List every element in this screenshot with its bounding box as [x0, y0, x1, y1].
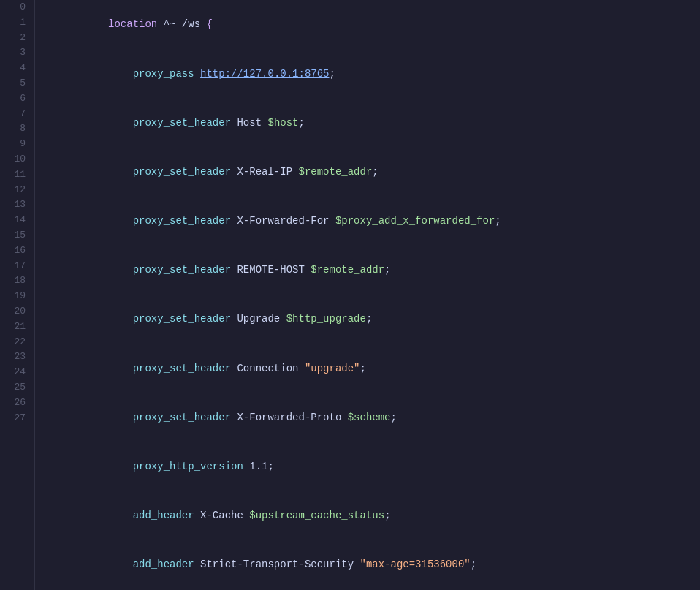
- code-body[interactable]: location ^~ /ws { proxy_pass http://127.…: [35, 0, 700, 590]
- line-num-4: 4: [6, 61, 26, 76]
- line-num-12: 12: [6, 183, 26, 198]
- code-line-10: add_header X-Cache $upstream_cache_statu…: [47, 491, 700, 540]
- line-num-7: 7: [6, 107, 26, 122]
- line-num-11: 11: [6, 167, 26, 183]
- line-num-25: 25: [6, 380, 26, 396]
- line-num-23: 23: [6, 349, 26, 365]
- line-num-0: 0: [6, 0, 26, 15]
- line-num-9: 9: [6, 137, 26, 152]
- code-line-0: location ^~ /ws {: [47, 0, 700, 49]
- line-num-27: 27: [6, 411, 26, 426]
- line-num-15: 15: [6, 228, 26, 243]
- code-line-4: proxy_set_header X-Forwarded-For $proxy_…: [47, 197, 700, 246]
- line-num-21: 21: [6, 319, 26, 335]
- code-line-7: proxy_set_header Connection "upgrade";: [47, 344, 700, 393]
- code-line-3: proxy_set_header X-Real-IP $remote_addr;: [47, 148, 700, 197]
- line-num-14: 14: [6, 213, 26, 228]
- line-num-18: 18: [6, 273, 26, 289]
- line-number-gutter: 0 1 2 3 4 5 6 7 8 9 10 11 12 13 14 15 16…: [0, 0, 35, 590]
- line-num-5: 5: [6, 76, 26, 91]
- code-line-8: proxy_set_header X-Forwarded-Proto $sche…: [47, 393, 700, 442]
- line-num-1: 1: [6, 15, 26, 31]
- code-line-2: proxy_set_header Host $host;: [47, 98, 700, 147]
- line-num-20: 20: [6, 304, 26, 319]
- code-line-11: add_header Strict-Transport-Security "ma…: [47, 540, 700, 589]
- code-line-1: proxy_pass http://127.0.0.1:8765;: [47, 49, 700, 98]
- line-num-19: 19: [6, 289, 26, 304]
- line-num-16: 16: [6, 243, 26, 259]
- line-num-3: 3: [6, 45, 26, 61]
- code-line-5: proxy_set_header REMOTE-HOST $remote_add…: [47, 246, 700, 295]
- line-num-26: 26: [6, 396, 26, 411]
- line-num-6: 6: [6, 91, 26, 107]
- code-line-6: proxy_set_header Upgrade $http_upgrade;: [47, 295, 700, 344]
- code-editor: 0 1 2 3 4 5 6 7 8 9 10 11 12 13 14 15 16…: [0, 0, 700, 590]
- line-num-13: 13: [6, 197, 26, 213]
- line-num-17: 17: [6, 259, 26, 274]
- line-num-24: 24: [6, 365, 26, 380]
- line-num-10: 10: [6, 152, 26, 167]
- line-num-22: 22: [6, 335, 26, 350]
- code-line-9: proxy_http_version 1.1;: [47, 442, 700, 491]
- line-num-8: 8: [6, 121, 26, 137]
- line-num-2: 2: [6, 31, 26, 46]
